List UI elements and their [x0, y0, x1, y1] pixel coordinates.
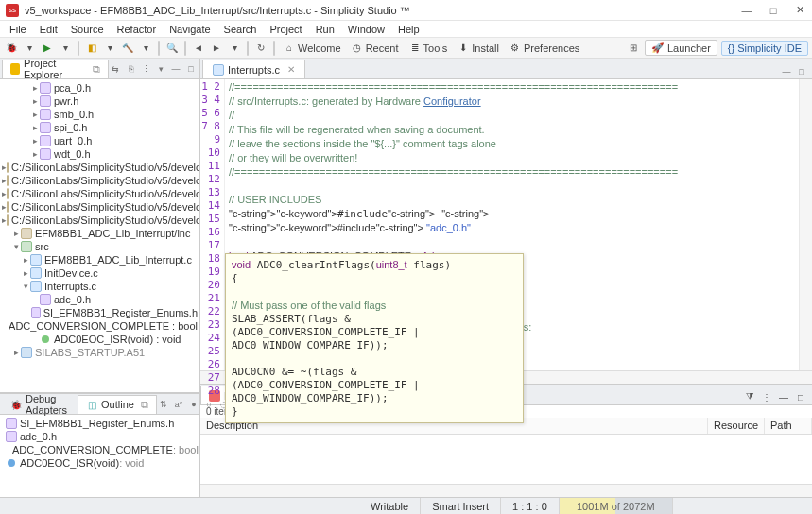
tree-item[interactable]: ▸InitDevice.c — [0, 266, 199, 280]
tree-item[interactable]: ▸uart_0.h — [0, 134, 199, 147]
menu-edit[interactable]: Edit — [34, 23, 63, 36]
outline-tab[interactable]: ◫ Outline ⧉ — [78, 395, 157, 414]
minimize-editor-icon[interactable]: — — [780, 65, 793, 78]
tree-item[interactable]: ▸C:/SiliconLabs/SimplicityStudio/v5/deve… — [0, 161, 199, 174]
twist-icon[interactable]: ▸ — [21, 266, 30, 280]
reload-icon[interactable]: ↻ — [253, 41, 268, 56]
outline-item[interactable]: adc_0.h — [4, 430, 196, 443]
outline-item[interactable]: ADC0EOC_ISR(void) : void — [4, 456, 196, 470]
dropdown-icon[interactable]: ▾ — [138, 41, 153, 56]
sort-icon[interactable]: ⇅ — [157, 398, 170, 411]
code-editor[interactable]: 1 2 3 4 5 6 7 8 9 10 11 12 13 14 15 16 1… — [200, 79, 812, 370]
pin-icon[interactable]: ⧉ — [141, 399, 148, 411]
twist-icon[interactable]: ▸ — [30, 94, 40, 108]
maximize-view-icon[interactable]: □ — [184, 62, 198, 76]
maximize-button[interactable]: □ — [767, 4, 780, 17]
az-icon[interactable]: aᶻ — [172, 398, 185, 411]
back-icon[interactable]: ◄ — [191, 41, 206, 56]
problems-hscroll[interactable] — [200, 484, 812, 497]
outline-item[interactable]: ADC_CONVERSION_COMPLETE : bool — [4, 443, 196, 456]
tree-item[interactable]: ▸C:/SiliconLabs/SimplicityStudio/v5/deve… — [0, 214, 199, 227]
menu-source[interactable]: Source — [65, 23, 110, 36]
twist-icon[interactable]: ▸ — [30, 108, 40, 121]
run-icon[interactable]: ▶ — [40, 41, 55, 56]
project-explorer-tree[interactable]: ▸pca_0.h▸pwr.h▸smb_0.h▸spi_0.h▸uart_0.h▸… — [0, 79, 199, 392]
minimize-button[interactable]: — — [740, 4, 753, 17]
tree-item[interactable]: ▸smb_0.h — [0, 108, 199, 121]
tree-item[interactable]: ▸wdt_0.h — [0, 147, 199, 161]
launcher-perspective[interactable]: 🚀Launcher — [645, 40, 717, 56]
project-explorer-tab[interactable]: Project Explorer ⧉ — [2, 60, 109, 78]
menu-run[interactable]: Run — [310, 23, 340, 36]
tree-item[interactable]: ▸pwr.h — [0, 94, 199, 108]
table-body[interactable] — [200, 435, 812, 484]
menu-refactor[interactable]: Refactor — [112, 23, 163, 36]
view-menu-icon[interactable]: ▾ — [154, 62, 167, 76]
filter-icon[interactable]: ⧩ — [742, 389, 757, 404]
preferences-button[interactable]: ⚙Preferences — [506, 42, 583, 55]
search-icon[interactable]: 🔍 — [164, 41, 180, 56]
twist-icon[interactable]: ▸ — [11, 346, 21, 359]
twist-icon[interactable]: ▸ — [30, 147, 40, 161]
tree-item[interactable]: ▸EFM8BB1_ADC_Lib_Interrupt/inc — [0, 227, 199, 240]
outline-item[interactable]: SI_EFM8BB1_Register_Enums.h — [4, 417, 196, 430]
tools-button[interactable]: ≣Tools — [406, 42, 452, 55]
close-button[interactable]: ✕ — [793, 4, 806, 17]
twist-icon[interactable]: ▸ — [30, 134, 40, 147]
status-memory[interactable]: 1001M of 2072M — [560, 498, 673, 514]
dropdown-icon[interactable]: ▾ — [58, 41, 73, 56]
minimize-view-icon[interactable]: — — [776, 389, 791, 404]
menu-window[interactable]: Window — [342, 23, 390, 36]
forward-icon[interactable]: ► — [209, 41, 224, 56]
twist-icon[interactable]: ▸ — [30, 81, 40, 94]
col-resource[interactable]: Resource — [708, 418, 765, 434]
outline-body[interactable]: SI_EFM8BB1_Register_Enums.hadc_0.hADC_CO… — [0, 415, 199, 497]
twist-icon[interactable]: ▸ — [21, 253, 30, 266]
menu-navigate[interactable]: Navigate — [164, 23, 216, 36]
dropdown-icon[interactable]: ▾ — [22, 41, 37, 56]
twist-icon[interactable]: ▸ — [11, 227, 21, 240]
col-path[interactable]: Path — [765, 418, 812, 434]
tree-item[interactable]: ADC0EOC_ISR(void) : void — [0, 333, 199, 346]
tree-item[interactable]: ▸spi_0.h — [0, 121, 199, 134]
menu-file[interactable]: File — [4, 23, 32, 36]
collapse-all-icon[interactable]: ⇆ — [109, 62, 122, 76]
hammer-icon[interactable]: 🔨 — [120, 41, 135, 56]
tree-item[interactable]: adc_0.h — [0, 293, 199, 306]
tree-item[interactable]: ▸SILABS_STARTUP.A51 — [0, 346, 199, 359]
editor-tab-interrupts[interactable]: Interrupts.c ✕ — [202, 60, 305, 78]
tree-item[interactable]: ▾src — [0, 240, 199, 253]
install-button[interactable]: ⬇Install — [454, 42, 503, 55]
dropdown-icon[interactable]: ▾ — [102, 41, 117, 56]
twist-icon[interactable]: ▸ — [30, 121, 40, 134]
menu-project[interactable]: Project — [264, 23, 307, 36]
open-perspective-icon[interactable]: ⊞ — [626, 41, 641, 56]
twist-icon[interactable]: ▾ — [11, 240, 21, 253]
maximize-editor-icon[interactable]: □ — [795, 65, 808, 78]
menu-help[interactable]: Help — [392, 23, 425, 36]
minimize-view-icon[interactable]: — — [169, 62, 182, 76]
tree-item[interactable]: ▸C:/SiliconLabs/SimplicityStudio/v5/deve… — [0, 187, 199, 200]
tree-item[interactable]: ADC_CONVERSION_COMPLETE : bool — [0, 319, 199, 333]
profile-icon[interactable]: ◧ — [84, 41, 99, 56]
tree-item[interactable]: SI_EFM8BB1_Register_Enums.h — [0, 306, 199, 319]
welcome-button[interactable]: ⌂Welcome — [280, 42, 345, 55]
close-tab-icon[interactable]: ✕ — [287, 64, 295, 75]
hide-fields-icon[interactable]: ● — [187, 398, 200, 411]
link-editor-icon[interactable]: ⎘ — [124, 62, 137, 76]
filter-icon[interactable]: ⋮ — [139, 62, 152, 76]
tree-item[interactable]: ▸C:/SiliconLabs/SimplicityStudio/v5/deve… — [0, 200, 199, 214]
tree-item[interactable]: ▸pca_0.h — [0, 81, 199, 94]
tree-item[interactable]: ▸EFM8BB1_ADC_Lib_Interrupt.c — [0, 253, 199, 266]
dropdown-icon[interactable]: ▾ — [227, 41, 242, 56]
maximize-view-icon[interactable]: □ — [793, 389, 808, 404]
editor-scrollbar[interactable] — [799, 79, 812, 370]
tree-item[interactable]: ▾Interrupts.c — [0, 280, 199, 293]
menu-search[interactable]: Search — [218, 23, 263, 36]
simplicity-ide-perspective[interactable]: {}Simplicity IDE — [721, 41, 808, 56]
pin-icon[interactable]: ⧉ — [93, 63, 100, 76]
debug-icon[interactable]: 🐞 — [4, 41, 19, 56]
twist-icon[interactable]: ▾ — [21, 280, 30, 293]
view-menu-icon[interactable]: ⋮ — [759, 389, 774, 404]
recent-button[interactable]: ◷Recent — [348, 42, 403, 55]
